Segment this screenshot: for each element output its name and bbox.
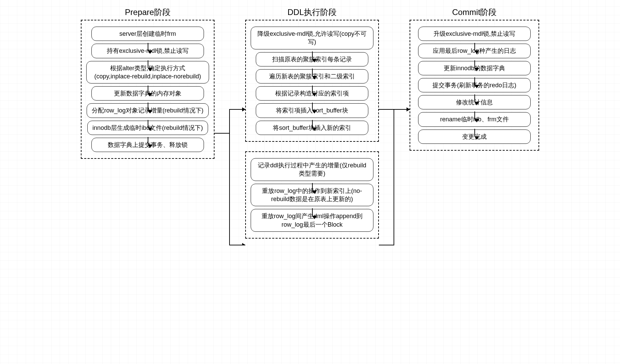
flowchart: Prepare阶段 server层创建临时frm 持有exclusive-mdl… — [7, 7, 613, 239]
commit-column: Commit阶段 升级exclusive-mdl锁,禁止读写 应用最后row_l… — [410, 7, 539, 151]
ddl-step: 降级exclusive-mdl锁,允许读写(copy不可写) — [251, 27, 373, 49]
prepare-title: Prepare阶段 — [125, 7, 170, 18]
prepare-step: server层创建临时frm — [91, 27, 204, 41]
ddl-upper-box: 降级exclusive-mdl锁,允许读写(copy不可写) 扫描原表的聚簇索引… — [245, 20, 379, 142]
ddl-lower-box: 记录ddl执行过程中产生的增量(仅rebuild类型需要) 重放row_log中… — [245, 151, 379, 239]
commit-step: 升级exclusive-mdl锁,禁止读写 — [418, 27, 531, 41]
commit-title: Commit阶段 — [452, 7, 497, 18]
prepare-box: server层创建临时frm 持有exclusive-mdl锁,禁止读写 根据a… — [81, 20, 215, 159]
ddl-step: 记录ddl执行过程中产生的增量(仅rebuild类型需要) — [251, 158, 373, 181]
ddl-column: DDL执行阶段 降级exclusive-mdl锁,允许读写(copy不可写) 扫… — [245, 7, 379, 239]
commit-box: 升级exclusive-mdl锁,禁止读写 应用最后row_log种产生的日志 … — [410, 20, 539, 151]
connector-prepare-ddl — [215, 7, 245, 239]
prepare-column: Prepare阶段 server层创建临时frm 持有exclusive-mdl… — [81, 7, 215, 159]
ddl-title: DDL执行阶段 — [287, 7, 337, 18]
connector-ddl-commit — [379, 7, 410, 239]
